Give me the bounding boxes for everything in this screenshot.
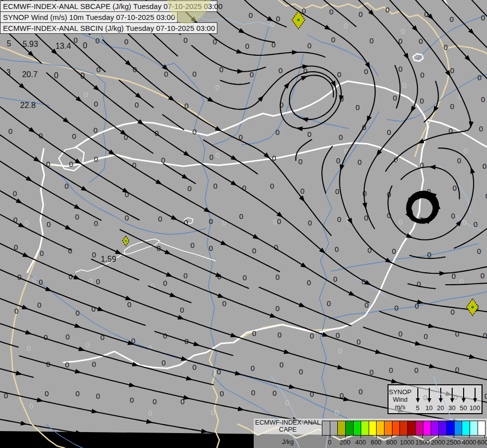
synop-speed-column: 20	[435, 386, 446, 412]
station-zero: 0	[161, 156, 165, 164]
station-zero: 0	[370, 36, 374, 45]
wind-arrow-icon	[427, 388, 431, 403]
wind-arrow-icon	[416, 388, 420, 403]
synop-legend-title-line2: Wind	[393, 396, 408, 403]
station-zero: 0	[278, 331, 282, 339]
station-zero: 0	[40, 249, 44, 257]
station-value: 0	[54, 71, 59, 80]
station-zero: 0	[481, 95, 485, 104]
station-zero: 0	[96, 277, 100, 286]
station-zero: 0	[336, 156, 340, 165]
station-zero: 0	[124, 37, 128, 46]
cape-tick	[469, 435, 470, 438]
station-zero: 0	[457, 156, 461, 165]
cape-color-swatch	[322, 421, 330, 435]
station-zero: 0	[474, 220, 478, 228]
station-zero-light: 0	[401, 27, 405, 35]
station-zero: 0	[394, 304, 398, 312]
station-zero: 0	[72, 132, 76, 140]
station-zero: 0	[8, 127, 12, 135]
station-zero: 0	[249, 11, 253, 19]
station-zero: 0	[69, 160, 73, 168]
wind-arrow-icon	[439, 388, 443, 403]
synop-wind-legend: SYNOP Wind m/s 510203050100	[388, 384, 483, 414]
wind-arrow-icon	[462, 388, 466, 403]
station-zero: 0	[251, 388, 255, 397]
station-value: 0	[83, 41, 88, 50]
station-zero: 0	[13, 189, 17, 198]
station-zero: 0	[298, 157, 302, 166]
cape-color-swatch	[462, 421, 470, 435]
station-zero: 0	[222, 299, 226, 308]
station-zero: 0	[481, 271, 485, 280]
cape-legend-title-line1: ECMWF-INDEX-ANAL	[254, 419, 322, 426]
cape-color-swatch	[455, 421, 463, 435]
station-zero: 0	[273, 389, 277, 397]
station-zero: 0	[392, 247, 396, 255]
synop-speed-columns: 510203050100	[412, 386, 481, 412]
title-sbcin: ECMWF-INDEX-ANAL SBCIN (J/kg) Tuesday 07…	[0, 22, 217, 34]
station-value: 5.93	[22, 40, 38, 48]
station-zero: 0	[450, 102, 454, 111]
cape-tick	[422, 435, 423, 438]
cape-tick-label: 800	[386, 439, 397, 446]
wind-arrow-shaft	[463, 388, 464, 398]
station-zero: 0	[481, 13, 485, 22]
station-dot-icon	[125, 240, 127, 242]
station-zero-light: 0	[335, 408, 339, 417]
station-zero: 0	[193, 127, 196, 136]
station-zero: 0	[39, 278, 43, 286]
station-zero: 0	[94, 155, 98, 163]
cape-tick	[391, 435, 392, 438]
cape-tick-label: 2500	[446, 439, 461, 446]
station-zero: 0	[270, 182, 274, 190]
cape-tick-label: 400	[355, 439, 366, 446]
wind-speed-label: 50	[460, 404, 467, 412]
station-zero-light: 0	[27, 344, 31, 352]
station-zero: 0	[364, 67, 368, 76]
station-zero: 0	[370, 368, 374, 376]
station-zero: 0	[329, 7, 333, 16]
synop-legend-title-line1: SYNOP	[389, 388, 412, 396]
wind-arrow-shaft	[417, 388, 418, 398]
station-zero: 0	[307, 130, 311, 138]
station-zero-light: 0	[338, 346, 342, 355]
weather-map-stage: 0000000000000000000000000000000000000000…	[0, 0, 487, 448]
cape-tick	[330, 435, 330, 438]
station-zero: 0	[94, 126, 97, 134]
cape-color-swatch	[361, 421, 369, 435]
cape-tick	[345, 435, 346, 438]
title-synop-wind: SYNOP Wind (m/s) 10m Tuesday 07-10-2025 …	[0, 11, 178, 23]
station-zero: 0	[327, 299, 331, 308]
cape-tick-label: 600	[371, 439, 382, 446]
station-zero: 0	[68, 246, 72, 255]
cape-colorbar-legend: ECMWF-INDEX-ANAL CAPE J/kg 0200400600800…	[254, 419, 487, 448]
wind-speed-label: 5	[416, 404, 419, 412]
station-zero-light: 0	[148, 343, 152, 352]
wind-arrow-icon	[473, 388, 477, 403]
cape-tick	[376, 435, 377, 438]
station-zero: 0	[94, 100, 98, 108]
station-zero: 0	[450, 66, 454, 75]
station-zero: 0	[158, 215, 162, 223]
station-zero: 0	[163, 279, 167, 287]
station-zero: 0	[94, 219, 98, 227]
station-zero-light: 0	[285, 398, 289, 407]
station-zero: 0	[184, 271, 188, 280]
station-zero: 0	[477, 247, 481, 255]
cape-tick	[438, 435, 439, 438]
station-zero: 0	[193, 363, 196, 371]
station-zero: 0	[130, 396, 134, 404]
wind-arrow-head	[427, 398, 431, 403]
wind-arrow-head	[439, 398, 443, 403]
cape-color-swatch	[346, 421, 354, 435]
station-zero: 0	[209, 153, 213, 161]
station-value: 20.7	[22, 70, 37, 79]
wind-arrow-head	[416, 398, 420, 403]
station-zero: 0	[398, 65, 402, 73]
station-zero: 0	[251, 364, 255, 372]
cape-color-swatch	[439, 421, 447, 435]
cape-legend-units: J/kg	[254, 439, 322, 445]
station-zero-light: 0	[215, 151, 219, 159]
station-zero: 0	[387, 128, 391, 136]
